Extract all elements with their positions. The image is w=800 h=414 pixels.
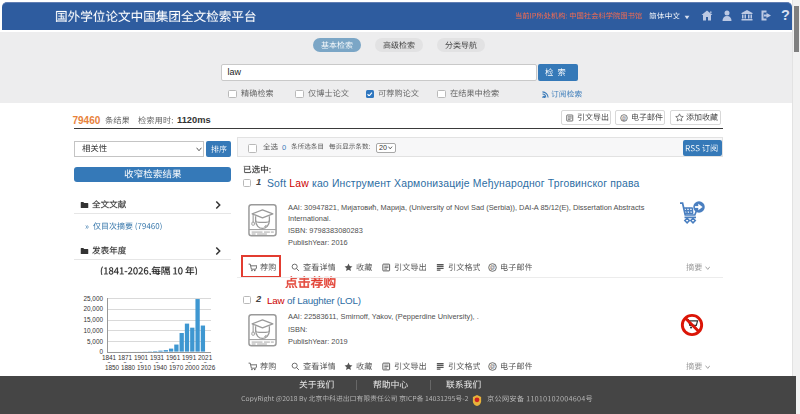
svg-text:@: @ — [490, 264, 496, 270]
svg-text:@: @ — [490, 363, 496, 369]
